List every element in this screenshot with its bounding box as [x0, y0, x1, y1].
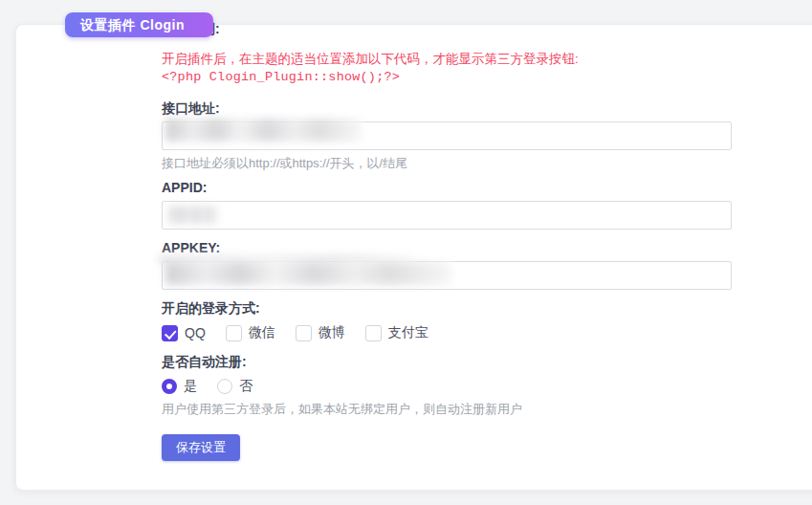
- checkbox-label: QQ: [185, 325, 206, 340]
- checkbox-unchecked-icon[interactable]: [296, 325, 312, 341]
- radio-option-no[interactable]: 否: [217, 378, 252, 395]
- radio-selected-icon[interactable]: [162, 379, 177, 394]
- radio-label: 是: [184, 378, 197, 395]
- usage-warning-text: 开启插件后，在主题的适当位置添加以下代码，才能显示第三方登录按钮:: [162, 51, 735, 68]
- login-methods-label: 开启的登录方式:: [162, 301, 735, 315]
- api-url-input[interactable]: [162, 121, 732, 150]
- appid-input-wrap: [162, 201, 732, 230]
- checkbox-label: 微博: [318, 324, 345, 341]
- radio-unselected-icon[interactable]: [217, 379, 232, 394]
- auto-register-label: 是否自动注册:: [162, 355, 735, 368]
- settings-form: 使用说明: 开启插件后，在主题的适当位置添加以下代码，才能显示第三方登录按钮: …: [162, 0, 735, 461]
- api-url-helper: 接口地址必须以http://或https://开头，以/结尾: [162, 156, 735, 170]
- checkbox-option-qq[interactable]: QQ: [162, 325, 206, 341]
- login-methods-group: QQ 微信 微博 支付宝: [162, 323, 735, 342]
- plugin-title-badge: 设置插件 Clogin: [65, 12, 213, 37]
- appkey-input[interactable]: [162, 261, 732, 290]
- usage-instructions: 开启插件后，在主题的适当位置添加以下代码，才能显示第三方登录按钮: <?php …: [162, 51, 735, 86]
- checkbox-unchecked-icon[interactable]: [365, 325, 382, 341]
- checkbox-option-wechat[interactable]: 微信: [226, 324, 275, 341]
- auto-register-group: 是 否: [162, 377, 735, 396]
- checkbox-option-weibo[interactable]: 微博: [296, 324, 345, 341]
- appkey-label: APPKEY:: [162, 241, 735, 254]
- usage-code-snippet: <?php Clogin_Plugin::show();?>: [162, 69, 735, 86]
- checkbox-option-alipay[interactable]: 支付宝: [365, 324, 428, 341]
- checkbox-label: 支付宝: [388, 324, 428, 341]
- appkey-input-wrap: [162, 261, 732, 290]
- radio-label: 否: [239, 378, 252, 395]
- api-url-label: 接口地址:: [162, 101, 735, 115]
- plugin-settings-page: { "page": { "background_color": "#f3f4f5…: [0, 0, 812, 505]
- api-url-input-wrap: [162, 121, 732, 150]
- appid-label: APPID:: [162, 181, 735, 194]
- checkbox-label: 微信: [249, 324, 275, 341]
- usage-label: 使用说明:: [162, 22, 735, 35]
- checkbox-unchecked-icon[interactable]: [226, 325, 242, 341]
- auto-register-helper: 用户使用第三方登录后，如果本站无绑定用户，则自动注册新用户: [162, 402, 735, 416]
- checkbox-checked-icon[interactable]: [162, 325, 178, 341]
- appid-input[interactable]: [162, 201, 732, 230]
- radio-option-yes[interactable]: 是: [162, 378, 197, 395]
- save-settings-button[interactable]: 保存设置: [162, 434, 240, 461]
